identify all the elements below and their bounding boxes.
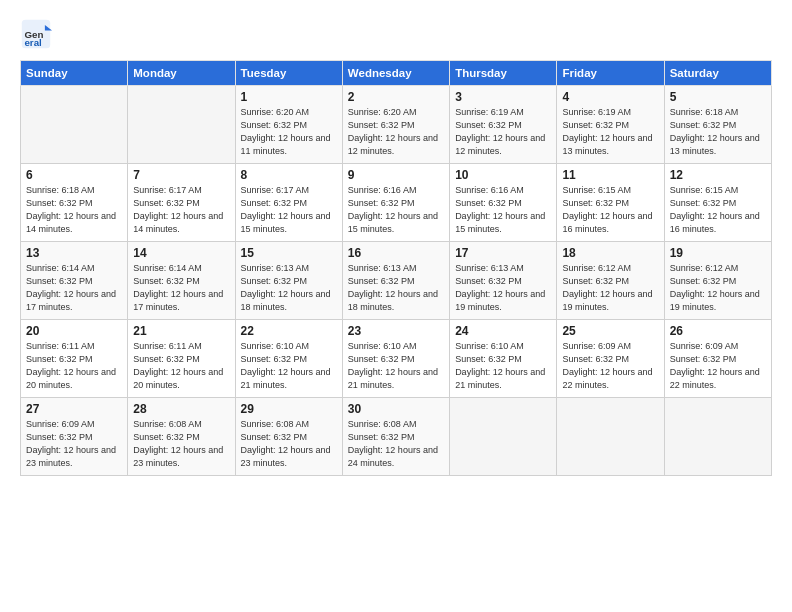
day-info: Sunrise: 6:10 AM Sunset: 6:32 PM Dayligh… xyxy=(455,340,551,392)
calendar-cell xyxy=(664,398,771,476)
day-number: 18 xyxy=(562,246,658,260)
day-number: 4 xyxy=(562,90,658,104)
day-info: Sunrise: 6:12 AM Sunset: 6:32 PM Dayligh… xyxy=(670,262,766,314)
day-info: Sunrise: 6:09 AM Sunset: 6:32 PM Dayligh… xyxy=(670,340,766,392)
day-number: 16 xyxy=(348,246,444,260)
day-info: Sunrise: 6:13 AM Sunset: 6:32 PM Dayligh… xyxy=(348,262,444,314)
day-number: 22 xyxy=(241,324,337,338)
calendar-cell: 24Sunrise: 6:10 AM Sunset: 6:32 PM Dayli… xyxy=(450,320,557,398)
svg-text:eral: eral xyxy=(24,37,42,48)
calendar-cell xyxy=(557,398,664,476)
day-info: Sunrise: 6:10 AM Sunset: 6:32 PM Dayligh… xyxy=(241,340,337,392)
calendar-cell: 3Sunrise: 6:19 AM Sunset: 6:32 PM Daylig… xyxy=(450,86,557,164)
day-info: Sunrise: 6:20 AM Sunset: 6:32 PM Dayligh… xyxy=(241,106,337,158)
day-info: Sunrise: 6:11 AM Sunset: 6:32 PM Dayligh… xyxy=(26,340,122,392)
calendar-cell: 16Sunrise: 6:13 AM Sunset: 6:32 PM Dayli… xyxy=(342,242,449,320)
calendar-cell: 27Sunrise: 6:09 AM Sunset: 6:32 PM Dayli… xyxy=(21,398,128,476)
calendar-cell: 8Sunrise: 6:17 AM Sunset: 6:32 PM Daylig… xyxy=(235,164,342,242)
calendar-cell: 12Sunrise: 6:15 AM Sunset: 6:32 PM Dayli… xyxy=(664,164,771,242)
day-number: 24 xyxy=(455,324,551,338)
calendar-cell: 18Sunrise: 6:12 AM Sunset: 6:32 PM Dayli… xyxy=(557,242,664,320)
day-info: Sunrise: 6:20 AM Sunset: 6:32 PM Dayligh… xyxy=(348,106,444,158)
calendar-cell: 20Sunrise: 6:11 AM Sunset: 6:32 PM Dayli… xyxy=(21,320,128,398)
day-info: Sunrise: 6:17 AM Sunset: 6:32 PM Dayligh… xyxy=(241,184,337,236)
calendar-cell xyxy=(128,86,235,164)
calendar-cell: 26Sunrise: 6:09 AM Sunset: 6:32 PM Dayli… xyxy=(664,320,771,398)
weekday-header-thursday: Thursday xyxy=(450,61,557,86)
day-number: 29 xyxy=(241,402,337,416)
day-number: 9 xyxy=(348,168,444,182)
calendar-cell: 29Sunrise: 6:08 AM Sunset: 6:32 PM Dayli… xyxy=(235,398,342,476)
logo: Gen eral xyxy=(20,18,54,50)
day-info: Sunrise: 6:16 AM Sunset: 6:32 PM Dayligh… xyxy=(455,184,551,236)
day-info: Sunrise: 6:17 AM Sunset: 6:32 PM Dayligh… xyxy=(133,184,229,236)
weekday-header-friday: Friday xyxy=(557,61,664,86)
week-row-4: 20Sunrise: 6:11 AM Sunset: 6:32 PM Dayli… xyxy=(21,320,772,398)
day-info: Sunrise: 6:15 AM Sunset: 6:32 PM Dayligh… xyxy=(670,184,766,236)
day-info: Sunrise: 6:15 AM Sunset: 6:32 PM Dayligh… xyxy=(562,184,658,236)
day-number: 17 xyxy=(455,246,551,260)
day-info: Sunrise: 6:10 AM Sunset: 6:32 PM Dayligh… xyxy=(348,340,444,392)
day-number: 11 xyxy=(562,168,658,182)
calendar-cell: 13Sunrise: 6:14 AM Sunset: 6:32 PM Dayli… xyxy=(21,242,128,320)
week-row-3: 13Sunrise: 6:14 AM Sunset: 6:32 PM Dayli… xyxy=(21,242,772,320)
weekday-header-wednesday: Wednesday xyxy=(342,61,449,86)
day-number: 6 xyxy=(26,168,122,182)
day-info: Sunrise: 6:11 AM Sunset: 6:32 PM Dayligh… xyxy=(133,340,229,392)
calendar-cell: 25Sunrise: 6:09 AM Sunset: 6:32 PM Dayli… xyxy=(557,320,664,398)
day-number: 5 xyxy=(670,90,766,104)
calendar-table: SundayMondayTuesdayWednesdayThursdayFrid… xyxy=(20,60,772,476)
day-info: Sunrise: 6:19 AM Sunset: 6:32 PM Dayligh… xyxy=(455,106,551,158)
day-number: 12 xyxy=(670,168,766,182)
day-number: 13 xyxy=(26,246,122,260)
week-row-5: 27Sunrise: 6:09 AM Sunset: 6:32 PM Dayli… xyxy=(21,398,772,476)
day-number: 2 xyxy=(348,90,444,104)
day-info: Sunrise: 6:14 AM Sunset: 6:32 PM Dayligh… xyxy=(133,262,229,314)
day-info: Sunrise: 6:08 AM Sunset: 6:32 PM Dayligh… xyxy=(241,418,337,470)
day-info: Sunrise: 6:14 AM Sunset: 6:32 PM Dayligh… xyxy=(26,262,122,314)
day-number: 8 xyxy=(241,168,337,182)
logo-icon: Gen eral xyxy=(20,18,52,50)
calendar-cell xyxy=(450,398,557,476)
page: Gen eral SundayMondayTuesdayWednesdayThu… xyxy=(0,0,792,612)
weekday-header-monday: Monday xyxy=(128,61,235,86)
calendar-cell: 5Sunrise: 6:18 AM Sunset: 6:32 PM Daylig… xyxy=(664,86,771,164)
week-row-2: 6Sunrise: 6:18 AM Sunset: 6:32 PM Daylig… xyxy=(21,164,772,242)
weekday-header-saturday: Saturday xyxy=(664,61,771,86)
day-info: Sunrise: 6:09 AM Sunset: 6:32 PM Dayligh… xyxy=(562,340,658,392)
calendar-cell: 9Sunrise: 6:16 AM Sunset: 6:32 PM Daylig… xyxy=(342,164,449,242)
weekday-header-tuesday: Tuesday xyxy=(235,61,342,86)
calendar-cell: 10Sunrise: 6:16 AM Sunset: 6:32 PM Dayli… xyxy=(450,164,557,242)
calendar-cell xyxy=(21,86,128,164)
calendar-cell: 7Sunrise: 6:17 AM Sunset: 6:32 PM Daylig… xyxy=(128,164,235,242)
day-number: 1 xyxy=(241,90,337,104)
day-number: 7 xyxy=(133,168,229,182)
day-info: Sunrise: 6:19 AM Sunset: 6:32 PM Dayligh… xyxy=(562,106,658,158)
day-info: Sunrise: 6:12 AM Sunset: 6:32 PM Dayligh… xyxy=(562,262,658,314)
calendar-cell: 14Sunrise: 6:14 AM Sunset: 6:32 PM Dayli… xyxy=(128,242,235,320)
header: Gen eral xyxy=(20,18,772,50)
calendar-cell: 4Sunrise: 6:19 AM Sunset: 6:32 PM Daylig… xyxy=(557,86,664,164)
day-number: 21 xyxy=(133,324,229,338)
day-number: 23 xyxy=(348,324,444,338)
weekday-header-sunday: Sunday xyxy=(21,61,128,86)
calendar-cell: 17Sunrise: 6:13 AM Sunset: 6:32 PM Dayli… xyxy=(450,242,557,320)
day-number: 14 xyxy=(133,246,229,260)
calendar-cell: 28Sunrise: 6:08 AM Sunset: 6:32 PM Dayli… xyxy=(128,398,235,476)
day-number: 20 xyxy=(26,324,122,338)
calendar-cell: 11Sunrise: 6:15 AM Sunset: 6:32 PM Dayli… xyxy=(557,164,664,242)
day-info: Sunrise: 6:18 AM Sunset: 6:32 PM Dayligh… xyxy=(26,184,122,236)
calendar-cell: 23Sunrise: 6:10 AM Sunset: 6:32 PM Dayli… xyxy=(342,320,449,398)
day-info: Sunrise: 6:18 AM Sunset: 6:32 PM Dayligh… xyxy=(670,106,766,158)
day-number: 28 xyxy=(133,402,229,416)
week-row-1: 1Sunrise: 6:20 AM Sunset: 6:32 PM Daylig… xyxy=(21,86,772,164)
day-number: 26 xyxy=(670,324,766,338)
calendar-cell: 21Sunrise: 6:11 AM Sunset: 6:32 PM Dayli… xyxy=(128,320,235,398)
day-info: Sunrise: 6:16 AM Sunset: 6:32 PM Dayligh… xyxy=(348,184,444,236)
day-info: Sunrise: 6:13 AM Sunset: 6:32 PM Dayligh… xyxy=(455,262,551,314)
calendar-cell: 2Sunrise: 6:20 AM Sunset: 6:32 PM Daylig… xyxy=(342,86,449,164)
day-number: 25 xyxy=(562,324,658,338)
calendar-cell: 19Sunrise: 6:12 AM Sunset: 6:32 PM Dayli… xyxy=(664,242,771,320)
day-number: 3 xyxy=(455,90,551,104)
weekday-header-row: SundayMondayTuesdayWednesdayThursdayFrid… xyxy=(21,61,772,86)
